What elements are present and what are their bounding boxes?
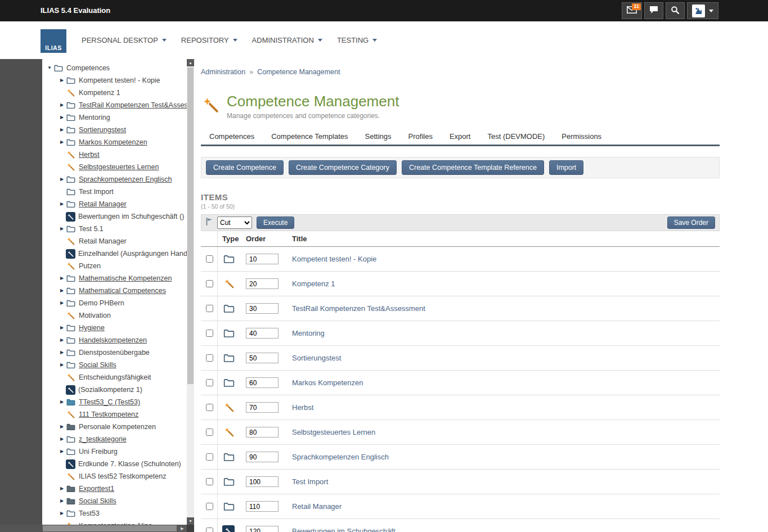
tree-item-label[interactable]: ILIAS test52 Testkompetenz <box>79 472 166 480</box>
tree-item[interactable]: Handelskompetenzen <box>46 334 187 346</box>
expand-toggle-icon[interactable] <box>58 396 66 408</box>
tree-item[interactable]: Retail Manager <box>46 235 187 247</box>
tree-item[interactable]: Mathematische Kompetenzen <box>46 272 187 285</box>
tree-item-label[interactable]: z_testkategorie <box>79 435 127 443</box>
expand-toggle-icon[interactable] <box>58 136 66 148</box>
row-title-link[interactable]: Markos Kompetenzen <box>292 378 363 387</box>
tree-item[interactable]: Dienstpostenübergabe <box>46 346 187 359</box>
tree-item-label[interactable]: Retail Manager <box>79 200 127 208</box>
row-checkbox[interactable] <box>206 404 213 411</box>
expand-toggle-icon[interactable] <box>58 421 66 433</box>
breadcrumb-link-competence-management[interactable]: Competence Management <box>257 68 340 76</box>
tree-item-label[interactable]: Test53 <box>79 510 100 517</box>
tree-item-label[interactable]: Bewertungen im Schuhgeschäft () <box>78 213 184 220</box>
row-title-link[interactable]: Mentoring <box>292 329 325 337</box>
tree-item[interactable]: Bewertungen im Schuhgeschäft () <box>46 210 187 223</box>
tree-item[interactable]: Demo PHBern <box>46 297 187 309</box>
order-input[interactable] <box>246 303 279 314</box>
tree-item-label[interactable]: Social Skills <box>79 361 116 369</box>
breadcrumb-link-administration[interactable]: Administration <box>201 68 245 76</box>
ilias-logo[interactable]: ILIAS <box>41 29 66 53</box>
row-checkbox[interactable] <box>206 429 213 436</box>
tree-item[interactable]: Test 5.1 <box>46 223 187 235</box>
tree-item-label[interactable]: Uni Freiburg <box>79 448 118 456</box>
order-input[interactable] <box>246 476 279 487</box>
expand-toggle-icon[interactable] <box>58 111 66 124</box>
expand-toggle-icon[interactable] <box>58 223 66 235</box>
scroll-up-icon[interactable]: ▲ <box>187 59 194 66</box>
tree-item[interactable]: Test Import <box>46 186 187 198</box>
tree-item-label[interactable]: TTest53_C (Test53) <box>79 398 140 406</box>
row-checkbox[interactable] <box>206 354 213 362</box>
tree-item-label[interactable]: TestRail Kompetenzen Test&Assess <box>79 101 187 109</box>
tree-item-label[interactable]: Personale Kompetenzen <box>79 423 156 431</box>
expand-toggle-icon[interactable] <box>58 346 66 359</box>
tree-item[interactable]: Retail Manager <box>46 198 187 210</box>
order-input[interactable] <box>246 501 279 512</box>
bulk-action-select[interactable]: Cut <box>217 217 252 229</box>
scrollbar-thumb[interactable] <box>43 525 177 531</box>
toolbar-button[interactable]: Create Competence Template Reference <box>402 160 544 175</box>
expand-toggle-icon[interactable] <box>58 334 66 346</box>
tree-item-label[interactable]: Putzen <box>79 262 101 270</box>
tree-item[interactable]: Kompetenztesting Alina <box>46 520 187 525</box>
mail-button[interactable]: 11 <box>622 2 642 19</box>
tree-item[interactable]: Kompetent testen! - Kopie <box>46 74 187 87</box>
tree-item[interactable]: Sprachkompetenzen Englisch <box>46 173 187 186</box>
tab[interactable]: Permissions <box>553 128 610 145</box>
tree-item-label[interactable]: Motivation <box>79 312 111 319</box>
tree-item[interactable]: ILIAS test52 Testkompetenz <box>46 470 187 483</box>
row-title-link[interactable]: Kompetenz 1 <box>292 279 335 288</box>
row-checkbox[interactable] <box>206 503 213 510</box>
expand-toggle-icon[interactable] <box>58 297 66 309</box>
tree-item[interactable]: Selbstgesteuertes Lernen <box>46 161 187 173</box>
tree-item[interactable]: Kompetenz 1 <box>46 87 187 99</box>
tree-item[interactable]: (Sozialkompetenz 1) <box>46 384 187 396</box>
tree-item-label[interactable]: Test Import <box>79 188 114 196</box>
row-title-link[interactable]: Retail Manager <box>292 502 342 511</box>
order-input[interactable] <box>246 278 279 289</box>
chat-button[interactable] <box>644 2 663 19</box>
expand-toggle-icon[interactable] <box>58 322 66 334</box>
row-checkbox[interactable] <box>206 478 213 485</box>
main-menu-item[interactable]: PERSONAL DESKTOP <box>82 36 167 44</box>
tree-item-label[interactable]: Einzelhandel (Ausprägungen Hand <box>78 250 187 258</box>
tree-item[interactable]: TestRail Kompetenzen Test&Assess <box>46 99 187 111</box>
tree-item-label[interactable]: Test 5.1 <box>79 225 104 233</box>
tree-vertical-scrollbar[interactable]: ▲ ▼ <box>187 59 194 525</box>
tree-item-label[interactable]: Competences <box>66 64 110 72</box>
order-input[interactable] <box>246 377 279 388</box>
tree-item-label[interactable]: Sprachkompetenzen Englisch <box>79 175 172 183</box>
tree-item[interactable]: Mentoring <box>46 111 187 124</box>
tree-item[interactable]: Social Skills <box>46 495 187 507</box>
tab[interactable]: Profiles <box>400 128 441 145</box>
tree-item[interactable]: Social Skills <box>46 359 187 371</box>
tree-item[interactable]: Test53 <box>46 507 187 520</box>
expand-toggle-icon[interactable] <box>58 198 66 210</box>
main-menu-item[interactable]: REPOSITORY <box>181 36 237 44</box>
tab[interactable]: Export <box>441 128 479 145</box>
user-menu-button[interactable] <box>687 2 718 19</box>
tree-item-label[interactable]: Exporttest1 <box>79 485 114 493</box>
tree-item[interactable]: Hygiene <box>46 322 187 334</box>
main-menu-item[interactable]: TESTING <box>337 36 377 44</box>
row-title-link[interactable]: Test Import <box>292 477 328 486</box>
order-input[interactable] <box>246 427 279 438</box>
order-input[interactable] <box>246 328 279 339</box>
tab[interactable]: Competence Templates <box>263 128 356 145</box>
expand-toggle-icon[interactable] <box>58 483 66 495</box>
tree-item[interactable]: Einzelhandel (Ausprägungen Hand <box>46 247 187 260</box>
row-checkbox[interactable] <box>206 330 213 337</box>
row-title-link[interactable]: Sortierungstest <box>292 354 341 362</box>
tree-item[interactable]: Competences <box>46 62 187 74</box>
toolbar-button[interactable]: Create Competence <box>206 160 284 175</box>
tree-item[interactable]: Motivation <box>46 309 187 322</box>
tree-item-label[interactable]: 111 Testkompetenz <box>79 411 138 418</box>
expand-toggle-icon[interactable] <box>58 507 66 520</box>
tree-item[interactable]: Herbst <box>46 148 187 161</box>
tree-item[interactable]: Personale Kompetenzen <box>46 421 187 433</box>
row-checkbox[interactable] <box>206 379 213 386</box>
tree-item-label[interactable]: Mathematical Competences <box>79 287 166 295</box>
tree-item[interactable]: TTest53_C (Test53) <box>46 396 187 408</box>
tree-item-label[interactable]: Entscheidungsfähigkeit <box>79 373 151 381</box>
